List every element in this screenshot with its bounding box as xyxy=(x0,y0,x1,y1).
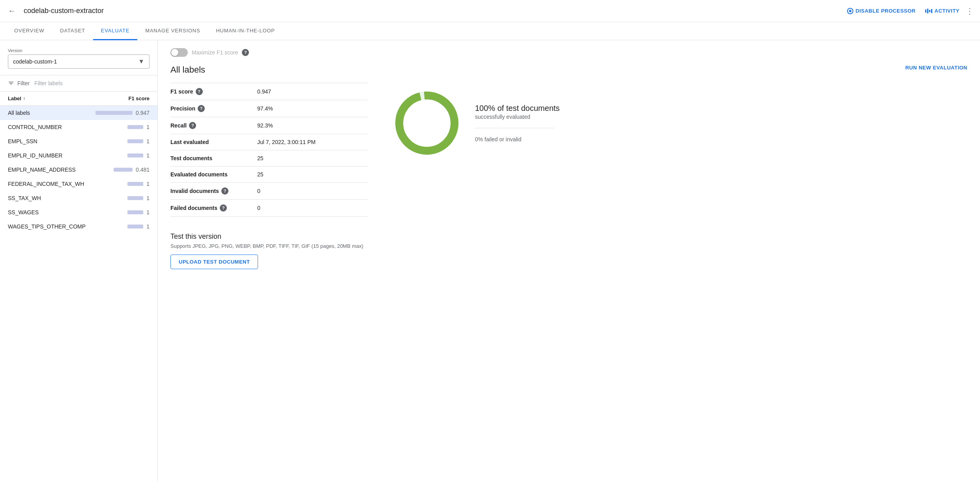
sidebar: Version codelab-custom-1 ▼ Filter Filter… xyxy=(0,40,158,481)
donut-main-text: 100% of test documents successfully eval… xyxy=(475,104,560,120)
upload-test-document-button[interactable]: UPLOAD TEST DOCUMENT xyxy=(170,255,258,269)
sort-icon[interactable]: ↑ xyxy=(23,96,25,101)
list-item[interactable]: FEDERAL_INCOME_TAX_WH 1 xyxy=(0,177,157,191)
donut-area: 100% of test documents successfully eval… xyxy=(391,88,560,159)
page-title: codelab-custom-extractor xyxy=(24,7,841,15)
tab-dataset[interactable]: DATASET xyxy=(52,22,93,40)
back-button[interactable]: ← xyxy=(6,5,17,17)
version-label: Version xyxy=(8,48,150,53)
score-cell: 1 xyxy=(127,138,150,144)
label-table-header: Label ↑ F1 score xyxy=(0,92,157,106)
score-cell: 1 xyxy=(127,195,150,201)
score-cell: 1 xyxy=(127,152,150,159)
tab-evaluate[interactable]: EVALUATE xyxy=(93,22,137,40)
stats-label: F1 score ? xyxy=(170,88,257,95)
recall-help-icon[interactable]: ? xyxy=(189,122,196,129)
invalid-help-icon[interactable]: ? xyxy=(221,187,228,195)
stats-value: 25 xyxy=(257,171,264,178)
tab-human-in-the-loop[interactable]: HUMAN-IN-THE-LOOP xyxy=(208,22,282,40)
filter-section: Filter Filter labels xyxy=(0,75,157,92)
run-new-evaluation-button[interactable]: RUN NEW EVALUATION xyxy=(905,65,967,71)
precision-help-icon[interactable]: ? xyxy=(198,105,205,112)
more-options-button[interactable]: ⋮ xyxy=(966,6,974,16)
stats-row: Failed documents ? 0 xyxy=(170,200,368,217)
list-item[interactable]: EMPLR_NAME_ADDRESS 0.481 xyxy=(0,163,157,177)
top-bar: ← codelab-custom-extractor DISABLE PROCE… xyxy=(0,0,980,22)
score-bar xyxy=(127,182,143,186)
chevron-down-icon: ▼ xyxy=(138,58,144,65)
stats-label: Last evaluated xyxy=(170,139,257,145)
list-item[interactable]: EMPLR_ID_NUMBER 1 xyxy=(0,148,157,163)
score-value: 1 xyxy=(146,195,150,201)
maximize-help-icon[interactable]: ? xyxy=(242,49,249,56)
maximize-f1-toggle[interactable] xyxy=(170,48,188,57)
list-item[interactable]: EMPL_SSN 1 xyxy=(0,134,157,148)
filter-icon xyxy=(8,80,14,86)
donut-secondary-text: 0% failed or invalid xyxy=(475,136,560,142)
list-item[interactable]: SS_WAGES 1 xyxy=(0,205,157,219)
version-value: codelab-custom-1 xyxy=(13,58,57,65)
score-cell: 1 xyxy=(127,124,150,130)
stats-value: 0 xyxy=(257,205,260,211)
failed-help-icon[interactable]: ? xyxy=(220,204,227,212)
toggle-knob xyxy=(171,49,178,56)
filter-label: Filter xyxy=(17,80,30,86)
maximize-row: Maximize F1 score ? xyxy=(170,48,967,57)
stats-row: Test documents 25 xyxy=(170,150,368,167)
disable-processor-icon xyxy=(847,8,853,14)
score-cell: 0.481 xyxy=(114,167,150,173)
f1-help-icon[interactable]: ? xyxy=(196,88,203,95)
all-labels-header: All labels RUN NEW EVALUATION xyxy=(170,65,967,75)
activity-button[interactable]: ACTIVITY xyxy=(925,8,959,14)
score-bar xyxy=(95,111,133,115)
score-cell: 0.947 xyxy=(95,110,150,116)
donut-chart xyxy=(391,88,462,159)
test-section: Test this version Supports JPEG, JPG, PN… xyxy=(170,232,967,269)
version-select[interactable]: codelab-custom-1 ▼ xyxy=(8,54,150,69)
label-name: WAGES_TIPS_OTHER_COMP xyxy=(8,223,86,230)
label-name: EMPL_SSN xyxy=(8,138,37,144)
score-bar xyxy=(127,125,143,129)
activity-icon xyxy=(925,9,932,13)
stats-label: Evaluated documents xyxy=(170,171,257,178)
list-item[interactable]: WAGES_TIPS_OTHER_COMP 1 xyxy=(0,219,157,234)
score-value: 1 xyxy=(146,223,150,230)
stats-value: 0.947 xyxy=(257,88,271,95)
label-name: FEDERAL_INCOME_TAX_WH xyxy=(8,181,84,187)
stats-table: F1 score ? 0.947 Precision ? 97.4% Recal… xyxy=(170,83,368,217)
score-col-header: F1 score xyxy=(129,96,150,101)
test-subtitle: Supports JPEG, JPG, PNG, WEBP, BMP, PDF,… xyxy=(170,243,967,249)
label-name: EMPLR_ID_NUMBER xyxy=(8,152,62,159)
version-section: Version codelab-custom-1 ▼ xyxy=(0,40,157,75)
label-name: CONTROL_NUMBER xyxy=(8,124,62,130)
all-labels-title: All labels xyxy=(170,65,205,75)
list-item[interactable]: CONTROL_NUMBER 1 xyxy=(0,120,157,134)
stats-and-chart: F1 score ? 0.947 Precision ? 97.4% Recal… xyxy=(170,83,967,229)
stats-value: Jul 7, 2022, 3:00:11 PM xyxy=(257,139,316,145)
score-cell: 1 xyxy=(127,223,150,230)
score-value: 0.481 xyxy=(136,167,150,173)
stats-value: 92.3% xyxy=(257,122,273,129)
content-area: Maximize F1 score ? All labels RUN NEW E… xyxy=(158,40,980,481)
label-name: EMPLR_NAME_ADDRESS xyxy=(8,167,76,173)
stats-label: Recall ? xyxy=(170,122,257,129)
tab-overview[interactable]: OVERVIEW xyxy=(6,22,52,40)
list-item[interactable]: All labels 0.947 xyxy=(0,106,157,120)
label-name: All labels xyxy=(8,110,30,116)
score-bar xyxy=(127,196,143,200)
disable-processor-button[interactable]: DISABLE PROCESSOR xyxy=(847,8,916,14)
score-cell: 1 xyxy=(127,181,150,187)
label-table: All labels 0.947 CONTROL_NUMBER 1 EMPL_S… xyxy=(0,106,157,234)
top-bar-actions: DISABLE PROCESSOR ACTIVITY xyxy=(847,8,959,14)
stats-label: Test documents xyxy=(170,155,257,161)
test-title: Test this version xyxy=(170,232,967,241)
stats-value: 25 xyxy=(257,155,264,161)
stats-value: 0 xyxy=(257,188,260,194)
stats-row: Precision ? 97.4% xyxy=(170,100,368,117)
stats-row: Recall ? 92.3% xyxy=(170,117,368,134)
label-name: SS_WAGES xyxy=(8,209,39,215)
maximize-label: Maximize F1 score xyxy=(192,49,238,56)
tab-manage-versions[interactable]: MANAGE VERSIONS xyxy=(137,22,208,40)
list-item[interactable]: SS_TAX_WH 1 xyxy=(0,191,157,205)
score-bar xyxy=(127,154,143,157)
